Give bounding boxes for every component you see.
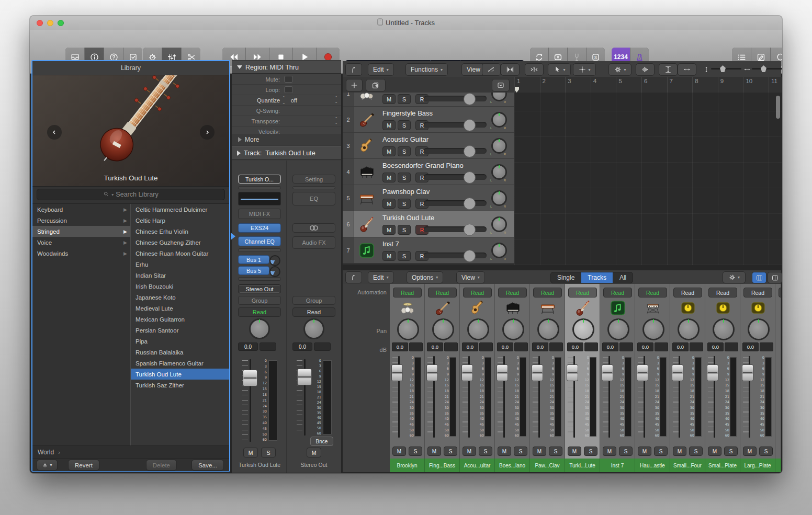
solo-button[interactable]: S (398, 120, 411, 130)
pan-knob[interactable] (678, 318, 700, 340)
track-volume-slider[interactable] (424, 200, 487, 206)
pan-knob[interactable] (502, 318, 524, 340)
solo-button[interactable]: S (261, 448, 276, 457)
mixer-menu-view[interactable]: View▾ (456, 271, 485, 283)
volume-fader[interactable]: 03691215182124303540455060 (600, 355, 635, 439)
fader-cap[interactable] (707, 364, 718, 381)
volume-slider-thumb[interactable] (464, 224, 476, 236)
track-row-fingerstyle-bass[interactable]: 2Fingerstyle BassMSRLR (343, 107, 514, 133)
strip-name-label[interactable]: Small...Four (670, 459, 705, 472)
volume-fader[interactable]: 03691215182124303540455060 (460, 355, 495, 439)
volume-slider-thumb[interactable] (464, 250, 476, 262)
pan-knob[interactable] (537, 318, 559, 340)
zoom-slider-thumb[interactable] (761, 65, 766, 72)
solo-button[interactable]: S (398, 251, 411, 261)
duplicate-track-button[interactable] (366, 79, 386, 91)
track-name[interactable]: Turkish Oud Lute (382, 214, 434, 222)
fader-cap[interactable] (461, 364, 473, 381)
mixer-menu-edit[interactable]: Edit▾ (368, 271, 394, 283)
automation-mode-button[interactable]: Read (238, 307, 281, 317)
pan-knob[interactable] (397, 318, 419, 340)
solo-button[interactable]: S (398, 173, 411, 182)
mute-button[interactable]: M (427, 447, 441, 456)
solo-button[interactable]: S (689, 447, 703, 456)
track-row-boesendorfer-grand-piano[interactable]: 4Boesendorfer Grand PianoMSRLR (343, 159, 514, 185)
next-patch-button[interactable] (200, 125, 215, 140)
send-slot-bus1[interactable]: Bus 1 (238, 255, 269, 264)
instrument-item-persian-santoor[interactable]: Persian Santoor (131, 325, 229, 336)
region-param-transpose[interactable]: Transpose:⌃⌄ (232, 116, 341, 127)
param-stepper-icon[interactable]: ⌃⌄ (334, 97, 338, 104)
pan-knob[interactable] (249, 318, 270, 339)
previous-patch-button[interactable] (47, 125, 62, 140)
volume-value[interactable]: 0.0 (637, 342, 653, 351)
fader-cap[interactable] (672, 364, 683, 381)
eq-thumbnail[interactable] (238, 192, 281, 205)
audio-fx-slot[interactable]: Channel EQ (238, 236, 281, 246)
region-param-mute[interactable]: Mute: (232, 74, 341, 85)
group-slot[interactable]: Group (238, 296, 281, 305)
pan-knob[interactable] (572, 318, 594, 340)
instrument-item-indian-sitar[interactable]: Indian Sitar (131, 270, 229, 281)
track-row-acoustic-guitar[interactable]: 3Acoustic GuitarMSRLR (343, 133, 514, 159)
track-volume-slider[interactable] (424, 96, 487, 101)
mute-button[interactable]: M (743, 447, 757, 456)
instrument-item-medieval-lute[interactable]: Medieval Lute (131, 303, 229, 314)
volume-value[interactable]: 0.0 (707, 342, 724, 351)
track-row-inst-7[interactable]: 7Inst 7MSRLR (343, 237, 514, 264)
fader-cap[interactable] (297, 369, 312, 385)
region-param-loop[interactable]: Loop: (232, 85, 341, 95)
fader-cap[interactable] (602, 364, 613, 381)
mute-button[interactable]: M (307, 448, 321, 457)
timeline-grid[interactable] (514, 93, 782, 265)
track-pan-knob[interactable] (491, 112, 507, 128)
gear-button[interactable]: ▾ (608, 63, 631, 76)
track-volume-slider[interactable] (424, 122, 487, 128)
mixer-strip-larg-plate[interactable]: Read0.003691215182124303540455060MSLarg.… (740, 284, 775, 472)
pan-knob[interactable] (303, 318, 324, 339)
format-button[interactable] (292, 223, 335, 233)
automation-read-button[interactable]: Read (603, 288, 632, 297)
track-inspector-header[interactable]: Track: Turkish Oud Lute (232, 146, 341, 159)
send-knob-bus2[interactable] (269, 266, 280, 277)
view-mode-all[interactable]: All (613, 272, 633, 283)
strip-name-label[interactable]: Larg...Plate (740, 459, 775, 472)
fader-cap[interactable] (637, 364, 648, 381)
fader-cap[interactable] (532, 364, 543, 381)
instrument-item-spanish-flamenco-guitar[interactable]: Spanish Flamenco Guitar (131, 358, 229, 369)
channel-setting-button[interactable]: Setting (292, 175, 335, 184)
mute-button[interactable]: M (382, 146, 396, 156)
track-name[interactable]: Pawnshop Clav (382, 188, 430, 196)
mixer-strip-boes-iano[interactable]: Read0.003691215182124303540455060MSBoes.… (495, 284, 530, 472)
volume-slider-thumb[interactable] (464, 119, 476, 131)
volume-value[interactable]: 0.0 (742, 342, 759, 351)
region-param-q-swing[interactable]: Q-Swing: (232, 106, 341, 116)
solo-button[interactable]: S (398, 199, 411, 209)
instrument-item-turkish-saz-zither[interactable]: Turkish Saz Zither (131, 380, 229, 391)
strip-name-label[interactable]: Boes...iano (495, 459, 530, 472)
strip-name-label[interactable]: Smal...Plate (705, 459, 740, 472)
flex-tool-button[interactable] (501, 63, 520, 76)
narrow-strips-view-button[interactable] (752, 272, 766, 283)
automation-read-button[interactable]: Read (393, 288, 422, 297)
strip-name-label[interactable]: Inst 7 (600, 459, 635, 472)
mixer-strip-fing-bass[interactable]: Read0.003691215182124303540455060MSFing.… (425, 284, 460, 472)
mute-button[interactable]: M (382, 173, 396, 182)
track-volume-slider[interactable] (424, 148, 487, 154)
volume-fader[interactable]: 03691215182124303540455060 (495, 355, 530, 439)
midi-fx-slot[interactable]: MIDI FX (238, 209, 281, 219)
volume-value[interactable]: 0.0 (292, 342, 312, 351)
automation-read-button[interactable]: Read (463, 288, 492, 297)
instrument-slot[interactable]: EXS24 (238, 223, 281, 233)
volume-value[interactable]: 0.0 (602, 342, 618, 351)
strip-name-label[interactable]: Hau...astle (635, 459, 670, 472)
automation-read-button[interactable]: Read (498, 288, 527, 297)
automation-read-button[interactable]: Read (708, 288, 737, 297)
send-knob-bus1[interactable] (269, 255, 280, 266)
track-pan-knob[interactable] (491, 190, 507, 206)
automation-read-button[interactable]: Read (743, 288, 772, 297)
mixer-strip-acou-uitar[interactable]: Read0.003691215182124303540455060MSAcou.… (460, 284, 495, 472)
track-pan-knob[interactable] (491, 216, 507, 232)
library-action-menu-button[interactable]: ▾ (37, 460, 58, 471)
category-item-voice[interactable]: Voice▶ (32, 237, 130, 248)
